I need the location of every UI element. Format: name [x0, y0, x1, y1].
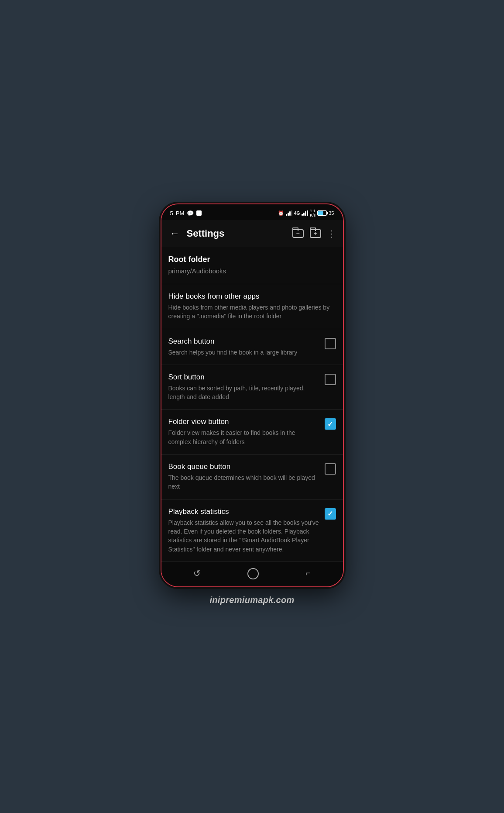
status-bar: 5 PM 💬 ⏰ 4G 1.1K/s 35	[161, 204, 343, 220]
app-screen: ← Settings ⋮ Root folder primary/Audiobo…	[161, 220, 343, 586]
settings-item-root-folder[interactable]: Root folder primary/Audiobooks	[161, 247, 343, 284]
status-left: 5 PM 💬	[170, 210, 202, 217]
sort-button-text: Sort button Books can be sorted by path,…	[168, 373, 319, 402]
nav-home-button[interactable]	[247, 568, 259, 579]
settings-item-playback-stats[interactable]: Playback statistics Playback statistics …	[161, 500, 343, 562]
nav-recents-button[interactable]: ⌐	[305, 568, 311, 579]
signal-bars-2	[302, 210, 308, 216]
settings-item-hide-books[interactable]: Hide books from other apps Hide books fr…	[161, 284, 343, 329]
playback-stats-text: Playback statistics Playback statistics …	[168, 507, 319, 554]
search-button-text: Search button Search helps you find the …	[168, 337, 319, 357]
stop-icon	[196, 210, 202, 216]
battery-percent: 35	[329, 210, 334, 216]
book-queue-text: Book queue button The book queue determi…	[168, 462, 319, 491]
sort-button-checkbox[interactable]	[325, 374, 336, 385]
battery-fill	[318, 211, 323, 215]
nav-bar: ↺ ⌐	[161, 562, 343, 586]
status-time-suffix: PM	[176, 210, 185, 217]
folder-remove-button[interactable]	[292, 229, 304, 238]
settings-list: Root folder primary/Audiobooks Hide book…	[161, 247, 343, 562]
nav-back-button[interactable]: ↺	[193, 568, 201, 579]
playback-stats-checkbox[interactable]	[325, 508, 336, 520]
more-options-button[interactable]: ⋮	[327, 228, 336, 239]
settings-item-sort-button[interactable]: Sort button Books can be sorted by path,…	[161, 365, 343, 410]
book-queue-checkbox[interactable]	[325, 463, 336, 475]
signal-bars	[286, 210, 292, 216]
status-right: ⏰ 4G 1.1K/s 35	[278, 209, 334, 217]
search-button-checkbox[interactable]	[325, 338, 336, 349]
folder-add-button[interactable]	[310, 229, 321, 238]
back-button[interactable]: ←	[168, 226, 182, 241]
settings-item-book-queue[interactable]: Book queue button The book queue determi…	[161, 455, 343, 500]
settings-item-folder-view[interactable]: Folder view button Folder view makes it …	[161, 410, 343, 455]
hide-books-text: Hide books from other apps Hide books fr…	[168, 292, 336, 321]
battery-icon	[317, 210, 327, 216]
folder-view-checkbox[interactable]	[325, 418, 336, 430]
page-title: Settings	[187, 228, 287, 239]
settings-item-search-button[interactable]: Search button Search helps you find the …	[161, 329, 343, 365]
root-folder-text: Root folder primary/Audiobooks	[168, 255, 336, 276]
hide-books-desc: Hide books from other media players and …	[168, 303, 336, 321]
root-folder-title: Root folder	[168, 255, 336, 264]
playback-stats-desc: Playback statistics allow you to see all…	[168, 518, 319, 554]
folder-view-title: Folder view button	[168, 417, 319, 426]
hide-books-title: Hide books from other apps	[168, 292, 336, 301]
book-queue-title: Book queue button	[168, 462, 319, 471]
folder-view-desc: Folder view makes it easier to find book…	[168, 428, 319, 446]
site-label: inipremiumapk.com	[209, 595, 294, 605]
folder-view-text: Folder view button Folder view makes it …	[168, 417, 319, 446]
message-icon: 💬	[187, 210, 194, 217]
phone-device: 5 PM 💬 ⏰ 4G 1.1K/s 35	[161, 203, 344, 587]
playback-stats-title: Playback statistics	[168, 507, 319, 516]
network-type: 4G	[294, 211, 300, 216]
speed-label: 1.1K/s	[310, 209, 315, 217]
book-queue-desc: The book queue determines which book wil…	[168, 473, 319, 491]
search-button-desc: Search helps you find the book in a larg…	[168, 348, 319, 357]
search-button-title: Search button	[168, 337, 319, 346]
root-folder-value: primary/Audiobooks	[168, 266, 336, 276]
sort-button-desc: Books can be sorted by path, title, rece…	[168, 384, 319, 402]
toolbar-actions: ⋮	[292, 228, 336, 239]
sort-button-title: Sort button	[168, 373, 319, 382]
status-time: 5	[170, 210, 173, 217]
alarm-icon: ⏰	[278, 210, 284, 216]
toolbar: ← Settings ⋮	[161, 220, 343, 247]
